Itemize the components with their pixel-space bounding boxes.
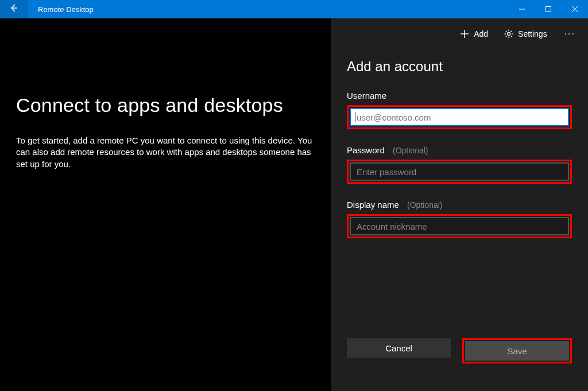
- close-button[interactable]: [562, 0, 588, 18]
- displayname-label: Display name (Optional): [347, 200, 572, 210]
- app-title: Remote Desktop: [28, 5, 94, 14]
- settings-label: Settings: [518, 29, 547, 38]
- highlight-save: Save: [462, 338, 572, 363]
- username-label: Username: [347, 91, 572, 100]
- back-button[interactable]: [0, 0, 28, 18]
- titlebar: Remote Desktop: [0, 0, 588, 18]
- plus-icon: [460, 29, 469, 38]
- settings-button[interactable]: Settings: [497, 25, 554, 43]
- left-pane: Connect to apps and desktops To get star…: [0, 18, 331, 391]
- add-account-form: Username Password (Optional) Display nam…: [331, 75, 588, 238]
- add-button[interactable]: Add: [453, 25, 495, 43]
- svg-line-15: [511, 31, 512, 32]
- svg-line-14: [506, 36, 507, 37]
- displayname-input[interactable]: [350, 217, 569, 235]
- right-pane: Add Settings ··· Add an account Username: [331, 18, 588, 391]
- minimize-button[interactable]: [509, 0, 535, 18]
- password-label: Password (Optional): [347, 145, 572, 155]
- highlight-password: [347, 160, 572, 184]
- panel-heading: Add an account: [347, 59, 588, 75]
- username-input[interactable]: [350, 108, 569, 126]
- maximize-button[interactable]: [535, 0, 562, 18]
- content-area: Connect to apps and desktops To get star…: [0, 18, 588, 391]
- save-button[interactable]: Save: [465, 341, 569, 361]
- highlight-displayname: [347, 214, 572, 238]
- close-icon: [572, 4, 578, 14]
- gear-icon: [504, 29, 513, 38]
- highlight-username: [347, 105, 572, 129]
- svg-line-12: [506, 31, 507, 32]
- maximize-icon: [546, 4, 551, 14]
- arrow-left-icon: [9, 3, 18, 15]
- svg-rect-2: [546, 7, 551, 12]
- main-heading: Connect to apps and desktops: [16, 94, 331, 117]
- svg-point-7: [508, 33, 510, 36]
- add-label: Add: [474, 29, 488, 38]
- svg-line-13: [511, 36, 512, 37]
- password-input[interactable]: [350, 162, 569, 181]
- ellipsis-icon: ···: [564, 29, 575, 38]
- toolbar: Add Settings ···: [331, 18, 588, 48]
- text-caret: [355, 112, 355, 122]
- minimize-icon: [519, 4, 525, 14]
- button-row: Cancel Save: [347, 338, 572, 363]
- cancel-button[interactable]: Cancel: [347, 338, 451, 358]
- more-button[interactable]: ···: [556, 24, 583, 44]
- main-description: To get started, add a remote PC you want…: [16, 135, 315, 170]
